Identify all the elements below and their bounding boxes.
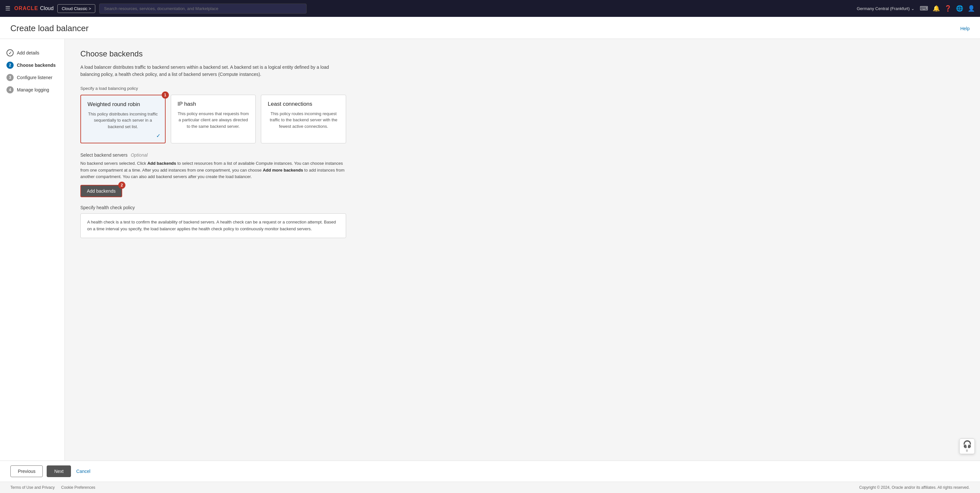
section-description: A load balancer distributes traffic to b… xyxy=(80,64,346,78)
previous-button[interactable]: Previous xyxy=(10,466,43,477)
health-check-label: Specify health check policy xyxy=(80,205,346,210)
cloud-wordmark: Cloud xyxy=(40,5,54,11)
sidebar-label-add-details: Add details xyxy=(17,50,39,56)
code-icon[interactable]: ⌨ xyxy=(920,5,928,12)
optional-label: Optional xyxy=(130,152,148,158)
add-backends-bold: Add backends xyxy=(148,161,176,166)
health-check-desc-box: A health check is a test to confirm the … xyxy=(80,214,346,238)
page-wrapper: Create load balancer Help ✓ Add details … xyxy=(0,17,980,493)
copyright-text: Copyright © 2024, Oracle and/or its affi… xyxy=(859,485,970,490)
policy-card-desc-weighted: This policy distributes incoming traffic… xyxy=(88,111,159,130)
search-input[interactable] xyxy=(99,3,307,14)
oracle-wordmark: ORACLE xyxy=(14,5,38,11)
backend-servers-section: Select backend servers Optional No backe… xyxy=(80,152,346,197)
add-more-backends-bold: Add more backends xyxy=(263,168,303,172)
help-link[interactable]: Help xyxy=(960,26,970,31)
step-badge-3: 3 xyxy=(6,74,14,81)
backend-servers-desc: No backend servers selected. Click Add b… xyxy=(80,160,346,180)
add-backends-wrapper: Add backends 2 xyxy=(80,185,122,197)
check-selected-icon: ✓ xyxy=(156,132,161,139)
add-backends-button[interactable]: Add backends xyxy=(80,185,122,197)
content-area: Choose backends A load balancer distribu… xyxy=(65,39,980,461)
policy-card-desc-iphash: This policy ensures that requests from a… xyxy=(178,111,249,130)
cloud-classic-button[interactable]: Cloud Classic > xyxy=(57,4,95,13)
region-label: Germany Central (Frankfurt) xyxy=(857,6,910,11)
region-selector[interactable]: Germany Central (Frankfurt) ⌄ xyxy=(857,6,915,11)
top-navigation: ☰ ORACLE Cloud Cloud Classic > Germany C… xyxy=(0,0,980,17)
chevron-down-icon: ⌄ xyxy=(911,6,915,11)
step-badge-4: 4 xyxy=(6,86,14,93)
policy-card-title-iphash: IP hash xyxy=(178,101,249,107)
check-icon: ✓ xyxy=(8,51,12,56)
next-button[interactable]: Next xyxy=(47,466,71,477)
bottom-bar: Terms of Use and Privacy Cookie Preferen… xyxy=(0,482,980,493)
sidebar-item-add-details[interactable]: ✓ Add details xyxy=(0,47,65,59)
policy-card-weighted-round-robin[interactable]: Weighted round robin This policy distrib… xyxy=(80,95,165,144)
sidebar-label-configure-listener: Configure listener xyxy=(17,75,52,80)
policy-cards-container: Weighted round robin This policy distrib… xyxy=(80,95,346,144)
policy-card-least-connections[interactable]: Least connections This policy routes inc… xyxy=(261,95,346,144)
user-avatar-icon[interactable]: 👤 xyxy=(968,5,975,12)
policy-card-outer-iphash: IP hash This policy ensures that request… xyxy=(171,95,256,144)
sidebar-item-manage-logging[interactable]: 4 Manage logging xyxy=(0,84,65,96)
hamburger-menu-icon[interactable]: ☰ xyxy=(5,5,10,12)
backend-servers-label-text: Select backend servers xyxy=(80,152,128,158)
topnav-icons-group: ⌨ 🔔 ❓ 🌐 👤 xyxy=(920,5,975,12)
policy-card-title-weighted: Weighted round robin xyxy=(88,101,159,108)
help-icon[interactable]: ❓ xyxy=(944,5,951,12)
health-check-desc-text: A health check is a test to confirm the … xyxy=(87,220,336,231)
globe-icon[interactable]: 🌐 xyxy=(956,5,963,12)
sidebar-item-choose-backends[interactable]: 2 Choose backends xyxy=(0,59,65,71)
cancel-button[interactable]: Cancel xyxy=(75,466,92,477)
floating-help-icon: 🎧 xyxy=(963,440,972,448)
policy-card-outer-weighted: Weighted round robin This policy distrib… xyxy=(80,95,165,144)
annotation-badge-1: 1 xyxy=(162,91,169,99)
step-number-2: 2 xyxy=(9,63,11,67)
backend-servers-label: Select backend servers Optional xyxy=(80,152,346,158)
step-number-4: 4 xyxy=(9,88,11,92)
bell-icon[interactable]: 🔔 xyxy=(933,5,940,12)
policy-card-title-least: Least connections xyxy=(268,101,339,107)
main-content: ✓ Add details 2 Choose backends 3 Config… xyxy=(0,39,980,461)
step-number-3: 3 xyxy=(9,75,11,80)
floating-help-dots: ⠿ xyxy=(966,449,968,453)
step-badge-1: ✓ xyxy=(6,49,14,56)
floating-help-widget[interactable]: 🎧 ⠿ xyxy=(959,439,975,454)
page-header: Create load balancer Help xyxy=(0,17,980,39)
oracle-logo: ORACLE Cloud xyxy=(14,5,54,11)
policy-card-desc-least: This policy routes incoming request traf… xyxy=(268,111,339,130)
page-title: Create load balancer xyxy=(10,23,89,34)
backends-desc-part1: No backend servers selected. Click xyxy=(80,161,148,166)
policy-label: Specify a load balancing policy xyxy=(80,86,964,91)
annotation-badge-2: 2 xyxy=(118,182,126,189)
sidebar: ✓ Add details 2 Choose backends 3 Config… xyxy=(0,39,65,461)
sidebar-label-choose-backends: Choose backends xyxy=(17,62,56,68)
footer-buttons: Previous Next Cancel xyxy=(0,461,980,482)
sidebar-item-configure-listener[interactable]: 3 Configure listener xyxy=(0,71,65,84)
sidebar-label-manage-logging: Manage logging xyxy=(17,87,49,93)
policy-card-outer-least: Least connections This policy routes inc… xyxy=(261,95,346,144)
topnav-right-section: Germany Central (Frankfurt) ⌄ ⌨ 🔔 ❓ 🌐 👤 xyxy=(857,5,975,12)
health-check-section: Specify health check policy A health che… xyxy=(80,205,346,238)
policy-card-ip-hash[interactable]: IP hash This policy ensures that request… xyxy=(171,95,256,144)
terms-of-use-link[interactable]: Terms of Use and Privacy xyxy=(10,485,55,490)
step-badge-2: 2 xyxy=(6,62,14,69)
cookie-preferences-link[interactable]: Cookie Preferences xyxy=(61,485,95,490)
bottom-bar-links: Terms of Use and Privacy Cookie Preferen… xyxy=(10,485,95,490)
section-title: Choose backends xyxy=(80,49,964,58)
